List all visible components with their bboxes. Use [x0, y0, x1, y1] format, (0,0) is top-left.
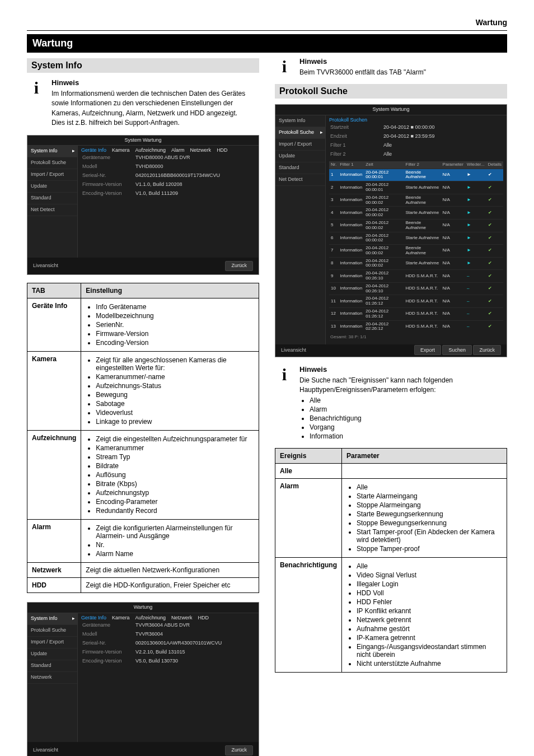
dvr-log-table: Nr.Filter 1ZeitFilter 2ParameterWieder..… [329, 161, 503, 333]
page-heading: Wartung [27, 18, 507, 30]
sysinfo-table: TAB Einstellung Geräte InfoInfo Gerätena… [27, 283, 259, 593]
dvr-tabs: Geräte InfoKameraAufzeichnungNetzwerkHDD [78, 613, 259, 621]
screenshot-systeminfo-2: Wartung System InfoProtokoll SucheImport… [27, 602, 259, 756]
dvr-kv-list: GerätenameTVHD80000 ABUS DVRModellTVHD80… [78, 153, 259, 198]
screenshot-protokoll: System Wartung System InfoProtokoll Such… [275, 104, 507, 357]
heading-protokoll: Protokoll Suche [275, 84, 507, 99]
liveview-label: Liveansicht [33, 748, 58, 753]
back-button[interactable]: Zurück [473, 345, 501, 355]
screenshot-systeminfo: System Wartung System InfoProtokoll Such… [27, 135, 259, 276]
dvr-title: Wartung [27, 603, 259, 613]
hint-text: Im Informationsmenü werden die technisch… [51, 89, 259, 118]
liveview-label: Liveansicht [281, 348, 306, 353]
dvr-search-fields: Startzeit20-04-2012 ■ 00:00:00Endzeit20-… [326, 123, 507, 159]
info-icon: i [275, 365, 294, 384]
hint-label: Hinweis [299, 365, 507, 374]
rule [27, 30, 507, 31]
dvr-sidebar: System InfoProtokoll SucheImport / Expor… [27, 613, 78, 742]
dvr-title: System Wartung [275, 105, 507, 115]
col-setting: Einstellung [81, 283, 259, 298]
dvr-kv-list: GerätenameTVVR36004 ABUS DVRModellTVVR36… [78, 621, 259, 665]
hint-text: Die Suche nach "Ereignissen" kann nach f… [299, 376, 507, 395]
export-button[interactable]: Export [414, 345, 441, 355]
col-tab: TAB [27, 283, 81, 298]
section-band: Wartung [27, 34, 507, 53]
liveview-label: Liveansicht [33, 263, 58, 269]
col-param: Parameter [342, 448, 507, 463]
hint-label: Hinweis [51, 78, 259, 87]
heading-systeminfo: System Info [27, 58, 259, 73]
info-icon: i [27, 78, 46, 97]
dvr-tabs: Geräte InfoKameraAufzeichnungAlarmNetzwe… [78, 146, 259, 153]
hint-text: Dies ist z.B. hilfreich bei Support-Anfr… [51, 118, 259, 128]
info-icon: i [275, 57, 294, 76]
event-table: Ereignis Parameter AlleAlarmAlleStarte A… [275, 448, 507, 673]
back-button[interactable]: Zurück [225, 261, 253, 271]
back-button[interactable]: Zurück [225, 745, 253, 755]
dvr-sidebar: System InfoProtokoll SucheImport / Expor… [275, 115, 326, 344]
band-title: Wartung [32, 38, 502, 49]
search-button[interactable]: Suchen [442, 345, 472, 355]
result-total: Gesamt: 38 P: 1/1 [329, 333, 503, 342]
hint-label: Hinweis [299, 57, 426, 66]
type-list: AlleAlarmBenachrichtigungVorgangInformat… [299, 396, 507, 440]
hint-text: Beim TVVR36000 entfällt das TAB "Alarm" [299, 68, 426, 77]
col-event: Ereignis [275, 448, 342, 463]
dvr-sidebar: System InfoProtokoll SucheImport / Expor… [27, 146, 78, 258]
dvr-tabs: Protokoll Suchen [326, 115, 507, 123]
dvr-title: System Wartung [27, 136, 259, 146]
